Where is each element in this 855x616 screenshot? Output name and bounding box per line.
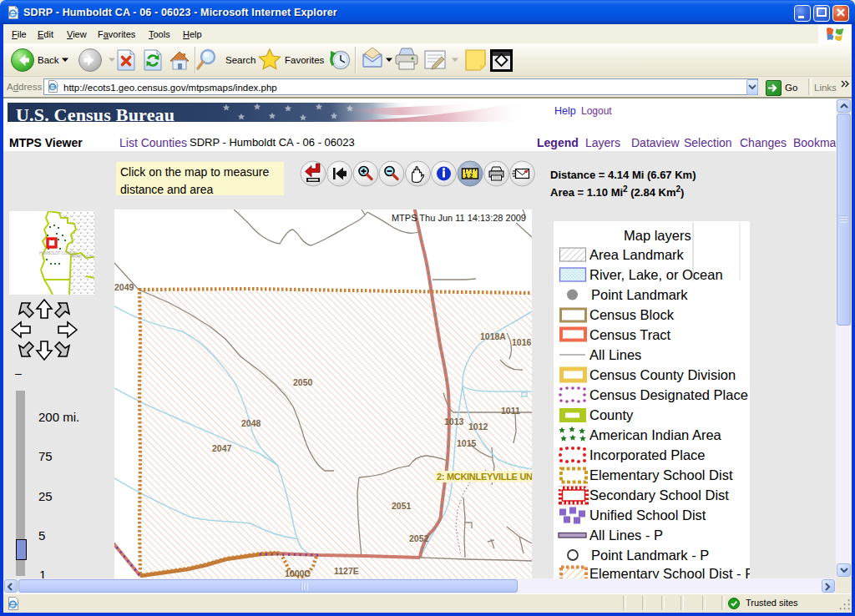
svg-text:Map layers: Map layers	[624, 228, 691, 243]
svg-text:Point Landmark: Point Landmark	[591, 287, 688, 302]
svg-text:1015: 1015	[457, 438, 477, 448]
svg-text:All Lines: All Lines	[589, 347, 641, 362]
svg-text:Secondary School Dist: Secondary School Dist	[589, 487, 729, 502]
svg-text:2050: 2050	[293, 377, 313, 387]
svg-text:Census Block: Census Block	[589, 307, 675, 322]
svg-text:2047: 2047	[212, 443, 232, 453]
svg-text:Census County Division: Census County Division	[589, 367, 736, 382]
svg-text:1 2: 1 2	[465, 173, 473, 179]
svg-text:Point Landmark - P: Point Landmark - P	[591, 548, 709, 563]
svg-text:2052: 2052	[409, 533, 429, 543]
svg-text:Unified School Dist: Unified School Dist	[589, 507, 706, 523]
svg-text:Census Designated Place: Census Designated Place	[589, 387, 748, 402]
svg-text:Search: Search	[225, 55, 255, 65]
svg-text:Incorporated Place: Incorporated Place	[589, 447, 706, 462]
svg-text:American Indian Area: American Indian Area	[589, 427, 722, 442]
svg-text:2051: 2051	[392, 501, 412, 511]
svg-text:1000C: 1000C	[285, 568, 311, 578]
svg-text:MTPS Thu Jun 11 14:13:28 2009: MTPS Thu Jun 11 14:13:28 2009	[392, 213, 526, 223]
svg-text:2048: 2048	[241, 418, 261, 428]
svg-text:1013: 1013	[444, 417, 464, 427]
svg-text:All Lines - P: All Lines - P	[589, 528, 663, 543]
svg-text:Census Tract: Census Tract	[589, 327, 671, 342]
svg-text:Elementary School Dist - P: Elementary School Dist - P	[589, 566, 750, 579]
svg-text:Favorites: Favorites	[285, 55, 325, 65]
svg-text:1011: 1011	[501, 406, 520, 416]
svg-text:County: County	[589, 407, 634, 422]
svg-text:1016: 1016	[512, 337, 532, 347]
svg-text:1018A: 1018A	[480, 331, 506, 341]
svg-text:River, Lake, or Ocean: River, Lake, or Ocean	[589, 267, 723, 282]
svg-text:2: MCKINLEYVILLE UNION SD: 2: MCKINLEYVILLE UNION SD	[437, 472, 532, 482]
svg-text:1127E: 1127E	[334, 566, 359, 576]
svg-text:Elementary School Dist: Elementary School Dist	[589, 467, 733, 482]
svg-text:TRINITY CO: TRINITY CO	[71, 255, 93, 259]
svg-text:Back: Back	[38, 55, 59, 65]
svg-text:Area Landmark: Area Landmark	[589, 247, 685, 262]
svg-text:1012: 1012	[468, 422, 488, 432]
svg-text:2049: 2049	[114, 282, 134, 292]
